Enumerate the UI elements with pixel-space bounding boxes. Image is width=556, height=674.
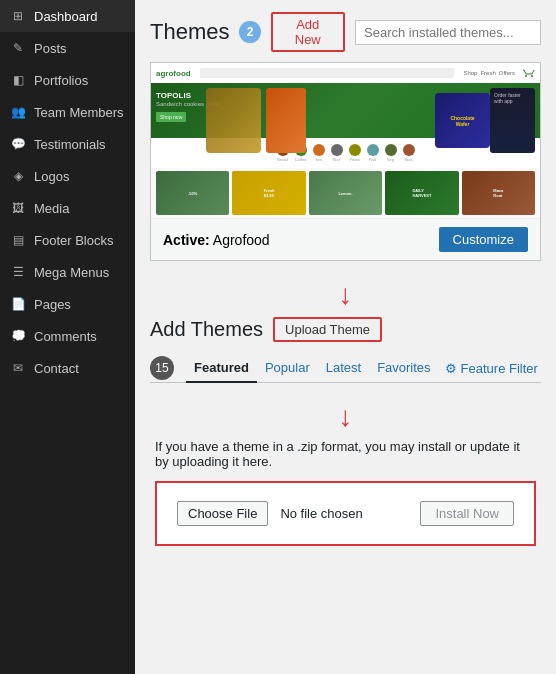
install-now-button[interactable]: Install Now	[420, 501, 514, 526]
mock-hero: TOPOLIS Sandwich cookies -30% Shop now C…	[151, 83, 540, 138]
sidebar-item-posts[interactable]: ✎ Posts	[0, 32, 135, 64]
add-themes-header: Add Themes Upload Theme	[150, 317, 541, 342]
main-content: Themes 2 Add New agrofood Shop Fresh Off…	[135, 0, 556, 674]
upload-box: Choose File No file chosen Install Now	[155, 481, 536, 546]
contact-icon: ✉	[10, 360, 26, 376]
mock-cat-nuts: Nuts	[403, 144, 415, 162]
mock-cat-rice: Rice	[331, 144, 343, 162]
search-input[interactable]	[355, 20, 541, 45]
mock-cat-label: Veg	[387, 157, 394, 162]
theme-footer-bar: Active: Agrofood Customize	[151, 218, 540, 260]
sidebar-label-testimonials: Testimonials	[34, 137, 106, 152]
gear-icon: ⚙	[445, 361, 457, 376]
mock-cat-label: Tea	[315, 157, 321, 162]
sidebar-item-team-members[interactable]: 👥 Team Members	[0, 96, 135, 128]
add-new-button[interactable]: Add New	[271, 12, 345, 52]
mock-shop-btn: Shop now	[156, 112, 186, 122]
mock-cat-icon	[403, 144, 415, 156]
active-text: Active:	[163, 232, 210, 248]
sidebar-label-portfolios: Portfolios	[34, 73, 88, 88]
page-title: Themes	[150, 19, 229, 45]
sidebar-item-pages[interactable]: 📄 Pages	[0, 288, 135, 320]
add-themes-title: Add Themes	[150, 318, 263, 341]
sidebar-label-media: Media	[34, 201, 69, 216]
tab-favorites[interactable]: Favorites	[369, 354, 438, 383]
mock-cat-label: Pasta	[349, 157, 359, 162]
theme-screenshot: agrofood Shop Fresh Offers	[151, 63, 540, 218]
mock-cat-tea: Tea	[313, 144, 325, 162]
sidebar: ⊞ Dashboard ✎ Posts ◧ Portfolios 👥 Team …	[0, 0, 135, 674]
theme-card-agrofood: agrofood Shop Fresh Offers	[150, 62, 541, 261]
mock-cat-icon	[385, 144, 397, 156]
tab-featured[interactable]: Featured	[186, 354, 257, 383]
sidebar-label-footer-blocks: Footer Blocks	[34, 233, 113, 248]
upload-theme-button[interactable]: Upload Theme	[273, 317, 382, 342]
mock-nav-item: Fresh	[480, 70, 495, 76]
sidebar-item-logos[interactable]: ◈ Logos	[0, 160, 135, 192]
mock-bread: Order fasterwith app	[490, 88, 535, 153]
mock-cat-label: Rice	[332, 157, 340, 162]
testimonials-icon: 💬	[10, 136, 26, 152]
media-icon: 🖼	[10, 200, 26, 216]
no-file-text: No file chosen	[280, 506, 408, 521]
mock-offers: -50% Fresh$3.99 Lemon. DAILYHARVEST Maca…	[151, 168, 540, 218]
mock-offer-3: Lemon.	[309, 171, 382, 215]
arrow-2-container: ↓	[150, 395, 541, 439]
svg-point-0	[525, 75, 527, 77]
active-label: Active: Agrofood	[163, 232, 270, 248]
mock-site-header: agrofood Shop Fresh Offers	[151, 63, 540, 83]
mock-offer-5: MacaRoot	[462, 171, 535, 215]
mock-cat-fish: Fish	[367, 144, 379, 162]
sidebar-item-contact[interactable]: ✉ Contact	[0, 352, 135, 384]
sidebar-item-testimonials[interactable]: 💬 Testimonials	[0, 128, 135, 160]
mock-offer-1: -50%	[156, 171, 229, 215]
mock-cat-label: Coffee	[295, 157, 307, 162]
mock-cat-label: Nuts	[404, 157, 412, 162]
mock-nav-item: Shop	[463, 70, 477, 76]
theme-name: Agrofood	[213, 232, 270, 248]
down-arrow-2: ↓	[339, 403, 353, 431]
sidebar-label-dashboard: Dashboard	[34, 9, 98, 24]
posts-icon: ✎	[10, 40, 26, 56]
mock-product-box: ChocolateWafer	[435, 93, 490, 148]
choose-file-button[interactable]: Choose File	[177, 501, 268, 526]
dashboard-icon: ⊞	[10, 8, 26, 24]
mega-menus-icon: ☰	[10, 264, 26, 280]
pages-icon: 📄	[10, 296, 26, 312]
mock-nav-item: Offers	[499, 70, 515, 76]
footer-blocks-icon: ▤	[10, 232, 26, 248]
mock-offer-2: Fresh$3.99	[232, 171, 305, 215]
sidebar-item-portfolios[interactable]: ◧ Portfolios	[0, 64, 135, 96]
feature-filter-label: Feature Filter	[461, 361, 538, 376]
mock-nav: Shop Fresh Offers	[463, 70, 515, 76]
sidebar-item-comments[interactable]: 💭 Comments	[0, 320, 135, 352]
mock-offer-4: DAILYHARVEST	[385, 171, 458, 215]
mock-cat-icon	[331, 144, 343, 156]
feature-filter[interactable]: ⚙ Feature Filter	[445, 361, 538, 376]
sidebar-label-comments: Comments	[34, 329, 97, 344]
tab-latest[interactable]: Latest	[318, 354, 369, 383]
themes-header: Themes 2 Add New	[150, 12, 541, 52]
sidebar-item-dashboard[interactable]: ⊞ Dashboard	[0, 0, 135, 32]
tab-popular[interactable]: Popular	[257, 354, 318, 383]
upload-info-text: If you have a theme in a .zip format, yo…	[150, 439, 541, 469]
mock-logo: agrofood	[156, 69, 191, 78]
portfolios-icon: ◧	[10, 72, 26, 88]
mock-cat-label: Bread	[277, 157, 288, 162]
sidebar-item-mega-menus[interactable]: ☰ Mega Menus	[0, 256, 135, 288]
mock-cat-icon	[313, 144, 325, 156]
customize-button[interactable]: Customize	[439, 227, 528, 252]
mock-search-bar	[200, 68, 455, 78]
svg-point-1	[531, 75, 533, 77]
sidebar-item-footer-blocks[interactable]: ▤ Footer Blocks	[0, 224, 135, 256]
mock-product-label: ChocolateWafer	[450, 115, 474, 127]
sidebar-label-mega-menus: Mega Menus	[34, 265, 109, 280]
mock-cat-label: Fish	[369, 157, 377, 162]
tab-count-badge: 15	[150, 356, 174, 380]
down-arrow-1: ↓	[339, 281, 353, 309]
team-icon: 👥	[10, 104, 26, 120]
mock-cat-pasta: Pasta	[349, 144, 361, 162]
sidebar-label-team: Team Members	[34, 105, 124, 120]
sidebar-item-media[interactable]: 🖼 Media	[0, 192, 135, 224]
sidebar-label-contact: Contact	[34, 361, 79, 376]
